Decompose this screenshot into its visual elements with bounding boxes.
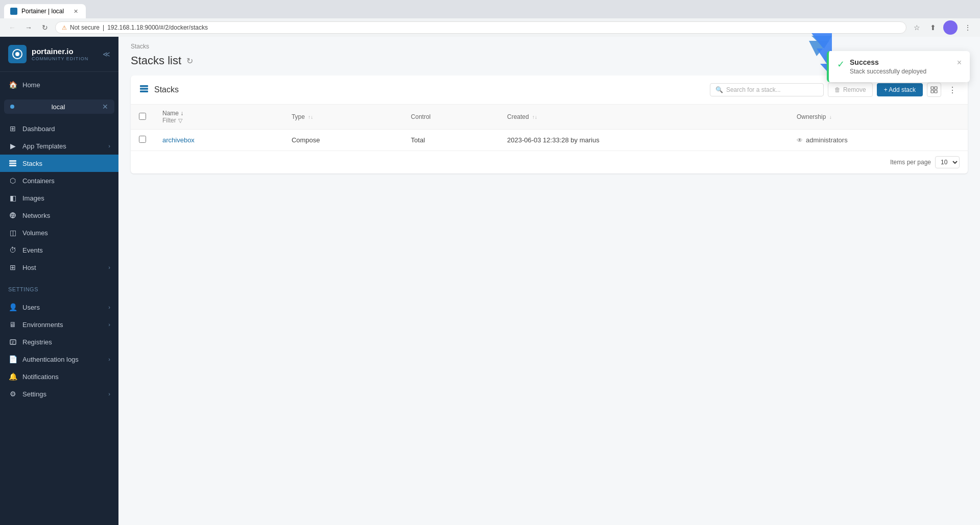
sidebar-nav-section: ⊞ Dashboard ▶ App Templates › Stacks (0, 116, 118, 280)
forward-button[interactable]: → (22, 21, 35, 34)
menu-button[interactable]: ⋮ (962, 21, 974, 34)
sidebar-item-environments[interactable]: 🖥 Environments › (0, 316, 118, 333)
registries-icon (8, 337, 17, 346)
sidebar-settings-section: 👤 Users › 🖥 Environments › Registries (0, 294, 118, 407)
host-chevron: › (108, 264, 110, 270)
sidebar-item-containers[interactable]: ⬡ Containers (0, 172, 118, 189)
sidebar-containers-label: Containers (22, 177, 110, 185)
logo-title: portainer.io (32, 47, 88, 56)
sidebar-item-images[interactable]: ◧ Images (0, 189, 118, 207)
profile-button[interactable] (943, 20, 958, 35)
sidebar-notifications-label: Notifications (22, 373, 110, 381)
toast-container: ✓ Success Stack successfully deployed × (827, 51, 970, 82)
row-created-cell: 2023-06-03 12:33:28 by marius (499, 130, 788, 151)
remove-button[interactable]: 🗑 Remove (828, 83, 873, 97)
created-sort-icon: ↑↓ (532, 114, 537, 120)
svg-rect-12 (931, 90, 934, 93)
search-box[interactable]: 🔍 (710, 83, 824, 96)
sidebar-item-dashboard[interactable]: ⊞ Dashboard (0, 120, 118, 137)
select-all-header (131, 105, 154, 130)
sidebar-networks-label: Networks (22, 212, 110, 219)
security-icon: ⚠ (62, 24, 67, 31)
address-bar[interactable]: ⚠ Not secure | 192.168.1.18:9000/#/2/doc… (55, 21, 906, 34)
table-row: archivebox Compose Total 2023-06-03 12:3… (131, 130, 968, 151)
filter-label: Filter (162, 117, 176, 124)
address-separator: | (103, 24, 104, 31)
sidebar-item-home[interactable]: 🏠 Home (0, 76, 118, 93)
browser-tab-active[interactable]: Portainer | local ✕ (4, 4, 86, 18)
content-area: Stacks 🔍 🗑 Remove + Add stack (118, 76, 980, 525)
svg-rect-3 (9, 163, 16, 164)
ownership-sort-icon: ↓ (829, 114, 832, 120)
select-all-checkbox[interactable] (139, 113, 146, 120)
sidebar-item-auth-logs[interactable]: 📄 Authentication logs › (0, 351, 118, 368)
env-bar[interactable]: local ✕ (4, 99, 114, 114)
app-layout: portainer.io COMMUNITY EDITION ≪ 🏠 Home … (0, 37, 980, 525)
tab-close-button[interactable]: ✕ (71, 7, 80, 15)
sidebar-item-users[interactable]: 👤 Users › (0, 298, 118, 316)
sidebar-settings-label: Settings (22, 390, 103, 398)
notifications-icon: 🔔 (8, 372, 17, 381)
events-icon: ⏱ (8, 245, 17, 255)
users-icon: 👤 (8, 303, 17, 312)
page-title: Stacks list (131, 54, 181, 67)
sidebar-item-volumes[interactable]: ◫ Volumes (0, 224, 118, 241)
stacks-card-icon (139, 84, 149, 96)
stacks-card: Stacks 🔍 🗑 Remove + Add stack (131, 76, 968, 173)
logo-icon (8, 45, 27, 63)
sidebar-item-events[interactable]: ⏱ Events (0, 241, 118, 259)
environments-chevron: › (108, 321, 110, 328)
app-templates-icon: ▶ (8, 141, 17, 151)
col-ownership-label: Ownership (797, 113, 826, 120)
sidebar-item-registries[interactable]: Registries (0, 333, 118, 351)
search-icon: 🔍 (715, 86, 723, 93)
env-name-label: local (52, 103, 65, 111)
per-page-select[interactable]: 10 25 50 (935, 156, 960, 168)
table-header-row: Name ↓ Filter ▽ Type ↑↓ (131, 105, 968, 130)
tab-favicon (10, 8, 17, 15)
settings-icon: ⚙ (8, 389, 17, 398)
stacks-icon (8, 159, 17, 168)
svg-rect-8 (140, 88, 148, 90)
col-type: Type ↑↓ (283, 105, 403, 130)
auth-logs-icon: 📄 (8, 355, 17, 364)
env-close-icon[interactable]: ✕ (102, 103, 108, 111)
tab-title: Portainer | local (21, 8, 64, 15)
toast-title: Success (850, 58, 952, 66)
toast-close-button[interactable]: × (957, 58, 962, 67)
filter-button[interactable]: Filter ▽ (162, 117, 275, 124)
stack-link[interactable]: archivebox (162, 136, 195, 144)
col-name-label: Name (162, 110, 179, 117)
view-toggle-button[interactable] (927, 83, 941, 97)
add-stack-button[interactable]: + Add stack (877, 83, 923, 96)
sidebar-item-settings[interactable]: ⚙ Settings › (0, 385, 118, 403)
sidebar-item-host[interactable]: ⊞ Host › (0, 259, 118, 276)
stacks-actions: 🔍 🗑 Remove + Add stack (710, 83, 960, 97)
svg-rect-7 (140, 85, 148, 87)
sidebar-collapse-icon[interactable]: ≪ (103, 50, 110, 58)
ownership-cell-content: 👁 administrators (797, 136, 960, 144)
auth-logs-chevron: › (108, 356, 110, 362)
refresh-page-button[interactable]: ↻ (186, 56, 193, 66)
sidebar-item-stacks[interactable]: Stacks (0, 155, 118, 172)
sidebar-item-app-templates[interactable]: ▶ App Templates › (0, 137, 118, 155)
back-button[interactable]: ← (6, 21, 18, 34)
row-checkbox[interactable] (139, 136, 146, 143)
svg-rect-11 (935, 87, 937, 89)
browser-tabs: Portainer | local ✕ (0, 0, 980, 18)
refresh-button[interactable]: ↻ (39, 21, 51, 34)
settings-section-label: Settings (0, 280, 118, 294)
share-button[interactable]: ⬆ (927, 21, 939, 34)
col-control: Control (403, 105, 499, 130)
bookmark-button[interactable]: ☆ (911, 21, 923, 34)
env-status-dot (10, 105, 14, 109)
more-options-button[interactable]: ⋮ (945, 83, 960, 97)
sidebar-item-notifications[interactable]: 🔔 Notifications (0, 368, 118, 385)
toast-content: Success Stack successfully deployed (850, 58, 952, 75)
row-type-cell: Compose (283, 130, 403, 151)
containers-icon: ⬡ (8, 176, 17, 185)
search-input[interactable] (726, 86, 818, 93)
table-body: archivebox Compose Total 2023-06-03 12:3… (131, 130, 968, 151)
sidebar-home-section: 🏠 Home (0, 72, 118, 97)
sidebar-item-networks[interactable]: Networks (0, 207, 118, 224)
